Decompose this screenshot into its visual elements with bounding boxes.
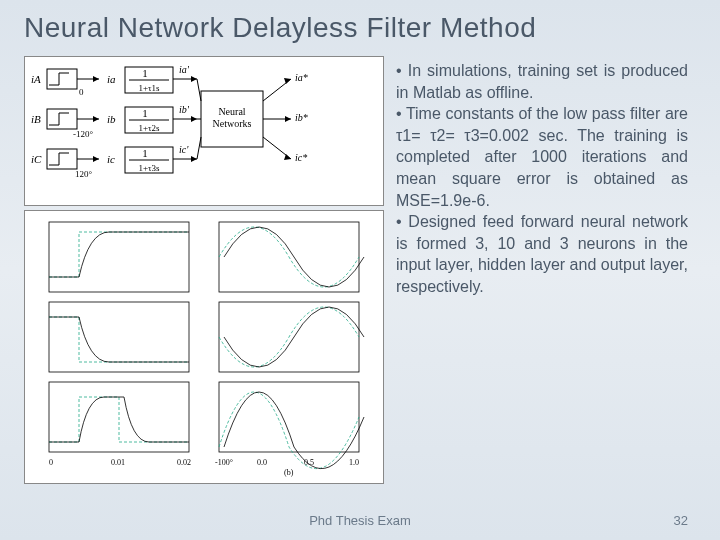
svg-line-44 — [197, 137, 201, 159]
svg-text:120°: 120° — [75, 169, 93, 179]
footer-title: Phd Thesis Exam — [309, 513, 411, 528]
figures-column: iA 0 ia 1 1+τ1s ia' — [24, 56, 384, 476]
svg-text:iC: iC — [31, 153, 42, 165]
page-number: 32 — [674, 513, 688, 528]
svg-marker-16 — [93, 116, 99, 122]
svg-text:0.01: 0.01 — [111, 458, 125, 467]
svg-text:Neural: Neural — [218, 106, 245, 117]
waveform-grid: 0 0.01 0.02 -100° 0.0 0.5 1.0 (b) — [24, 210, 384, 484]
svg-marker-49 — [285, 116, 291, 122]
svg-line-42 — [197, 79, 201, 101]
bullet-3: • Designed feed forward neural network i… — [396, 211, 688, 297]
svg-text:iA: iA — [31, 73, 41, 85]
block-diagram: iA 0 ia 1 1+τ1s ia' — [24, 56, 384, 206]
svg-text:ic*: ic* — [295, 152, 307, 163]
text-column: • In simulations, training set is produc… — [396, 56, 696, 476]
svg-rect-54 — [49, 222, 189, 292]
svg-rect-59 — [219, 382, 359, 452]
svg-text:1: 1 — [142, 147, 148, 159]
svg-text:-120°: -120° — [73, 129, 93, 139]
svg-marker-24 — [191, 116, 197, 122]
svg-marker-11 — [191, 76, 197, 82]
svg-rect-56 — [49, 302, 189, 372]
svg-text:ic': ic' — [179, 144, 189, 155]
svg-text:1+τ3s: 1+τ3s — [138, 163, 160, 173]
svg-text:ia': ia' — [179, 64, 190, 75]
bullet-1: • In simulations, training set is produc… — [396, 60, 688, 103]
svg-text:Networks: Networks — [213, 118, 252, 129]
svg-text:1: 1 — [142, 107, 148, 119]
svg-marker-29 — [93, 156, 99, 162]
svg-marker-3 — [93, 76, 99, 82]
slide-title: Neural Network Delayless Filter Method — [24, 12, 696, 44]
svg-text:0: 0 — [79, 87, 84, 97]
content-area: iA 0 ia 1 1+τ1s ia' — [24, 56, 696, 476]
svg-marker-37 — [191, 156, 197, 162]
svg-text:0: 0 — [49, 458, 53, 467]
svg-text:ib*: ib* — [295, 112, 308, 123]
svg-text:ic: ic — [107, 153, 115, 165]
svg-text:ib: ib — [107, 113, 116, 125]
svg-text:1: 1 — [142, 67, 148, 79]
svg-rect-14 — [47, 109, 77, 129]
svg-text:1+τ2s: 1+τ2s — [138, 123, 160, 133]
svg-text:0.02: 0.02 — [177, 458, 191, 467]
svg-rect-27 — [47, 149, 77, 169]
svg-text:ia*: ia* — [295, 72, 308, 83]
svg-text:1.0: 1.0 — [349, 458, 359, 467]
bullet-2: • Time constants of the low pass filter … — [396, 103, 688, 211]
svg-text:ib': ib' — [179, 104, 190, 115]
svg-rect-1 — [47, 69, 77, 89]
svg-text:0.0: 0.0 — [257, 458, 267, 467]
svg-text:0.5: 0.5 — [304, 458, 314, 467]
svg-text:ia: ia — [107, 73, 116, 85]
svg-text:1+τ1s: 1+τ1s — [138, 83, 160, 93]
svg-text:(b): (b) — [284, 468, 294, 477]
svg-text:iB: iB — [31, 113, 41, 125]
slide-footer: Phd Thesis Exam 32 — [0, 513, 720, 528]
svg-text:-100°: -100° — [215, 458, 233, 467]
